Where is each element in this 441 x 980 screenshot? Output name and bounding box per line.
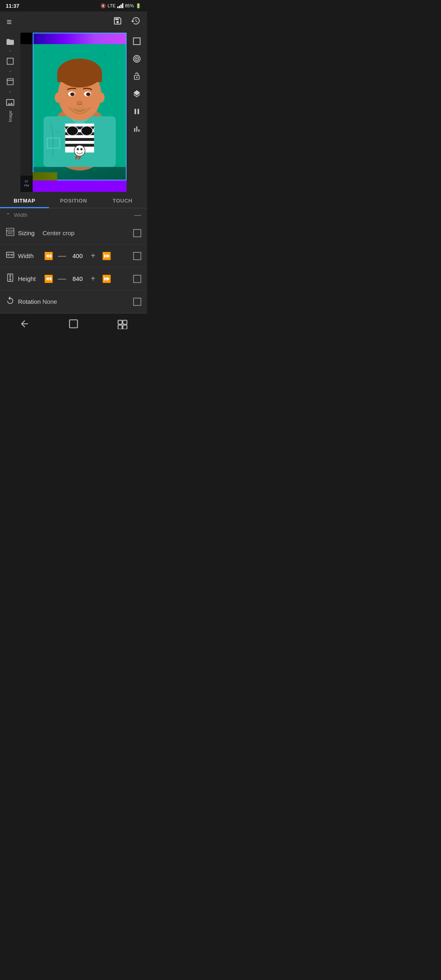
tab-bitmap[interactable]: BITMAP xyxy=(0,192,49,208)
canvas-black-corner xyxy=(20,33,33,44)
canvas-top-strip xyxy=(33,33,127,44)
svg-point-28 xyxy=(86,93,91,96)
shape2-chevron-icon: ⌄ xyxy=(9,89,12,93)
chart-icon[interactable] xyxy=(132,125,141,136)
svg-point-33 xyxy=(74,145,85,156)
tabs-row: BITMAP POSITION TOUCH xyxy=(0,192,147,208)
menu-button[interactable]: ≡ xyxy=(7,17,12,27)
sizing-value: Center crop xyxy=(42,229,74,236)
shape1-icon xyxy=(6,57,14,67)
scroll-up-icon: ⌃ xyxy=(6,212,11,218)
status-icons: 🔇 LTE 85% 🔋 xyxy=(100,3,141,9)
svg-point-18 xyxy=(81,126,93,136)
bottom-panel: BITMAP POSITION TOUCH ⌃ Width — Sizing C… xyxy=(0,192,147,313)
height-forward-button[interactable]: ⏩ xyxy=(100,273,113,285)
left-tool-folder[interactable]: ⌄ xyxy=(6,36,15,54)
svg-rect-54 xyxy=(118,320,122,324)
svg-point-7 xyxy=(118,61,120,63)
image-icon xyxy=(6,98,15,108)
save-button[interactable] xyxy=(113,16,122,28)
canvas-main[interactable]: FF 57PM xyxy=(20,33,127,192)
rotation-label: Rotation xyxy=(18,298,41,305)
tab-position[interactable]: POSITION xyxy=(49,192,98,208)
svg-point-34 xyxy=(77,148,79,150)
canvas-time: 57PM xyxy=(20,176,33,192)
rotation-label-area: Rotation xyxy=(6,296,42,307)
height-checkbox[interactable] xyxy=(133,275,141,283)
top-toolbar: ≡ xyxy=(0,11,147,33)
svg-rect-42 xyxy=(8,230,13,234)
width-rewind-button[interactable]: ⏪ xyxy=(42,250,55,262)
height-label-area: Height xyxy=(6,273,42,284)
scroll-hint-text: Width xyxy=(14,212,27,218)
svg-point-30 xyxy=(55,93,61,103)
svg-rect-37 xyxy=(134,38,140,45)
target-icon[interactable] xyxy=(132,54,141,65)
rotation-value: None xyxy=(42,298,57,305)
sizing-checkbox[interactable] xyxy=(133,229,141,237)
sizing-icon xyxy=(6,227,15,238)
history-button[interactable] xyxy=(131,16,140,28)
canvas-bottom-strip xyxy=(33,180,127,192)
width-label: Width xyxy=(18,252,33,259)
folder-chevron-icon: ⌄ xyxy=(9,48,12,52)
layers-icon[interactable] xyxy=(132,89,141,100)
height-rewind-button[interactable]: ⏪ xyxy=(42,273,55,285)
pause-icon[interactable] xyxy=(132,107,141,118)
left-tool-image[interactable]: Image xyxy=(6,96,15,124)
rotation-value-area: None xyxy=(42,298,141,306)
svg-point-40 xyxy=(136,58,137,59)
svg-rect-1 xyxy=(7,79,13,85)
left-tool-shape1[interactable]: ⌄ xyxy=(6,56,14,74)
width-minus-button[interactable]: — xyxy=(58,251,66,261)
width-row: Width ⏪ — 400 + ⏩ xyxy=(0,245,147,267)
canvas-image[interactable]: FF xyxy=(33,44,127,180)
svg-rect-55 xyxy=(123,320,127,324)
sizing-row: Sizing Center crop xyxy=(0,222,147,245)
left-tool-shape2[interactable]: ⌄ xyxy=(6,76,14,95)
canvas-area[interactable]: ⌄ ⌄ ⌄ Image xyxy=(0,33,147,192)
width-controls: ⏪ — 400 + ⏩ xyxy=(42,249,113,262)
svg-rect-56 xyxy=(118,325,122,329)
mute-icon: 🔇 xyxy=(100,3,106,9)
recents-nav-button[interactable] xyxy=(117,318,128,332)
svg-point-23 xyxy=(57,58,102,87)
rectangle-icon[interactable] xyxy=(132,37,141,48)
time-text: 57PM xyxy=(24,180,29,188)
battery-icon: 🔋 xyxy=(136,3,141,9)
right-toolbar xyxy=(127,33,147,192)
height-label: Height xyxy=(18,275,36,282)
unlock-icon[interactable] xyxy=(133,72,141,83)
tab-touch[interactable]: TOUCH xyxy=(98,192,147,208)
svg-point-17 xyxy=(67,126,78,136)
height-controls: ⏪ — 840 + ⏩ xyxy=(42,272,113,285)
svg-rect-15 xyxy=(65,138,94,141)
height-plus-button[interactable]: + xyxy=(89,272,97,285)
width-value-area: ⏪ — 400 + ⏩ xyxy=(42,249,141,262)
signal-strength-icon xyxy=(117,3,123,8)
height-minus-button[interactable]: — xyxy=(58,274,66,283)
height-value: 840 xyxy=(69,275,86,282)
sizing-label: Sizing xyxy=(18,229,35,236)
height-icon xyxy=(6,273,15,284)
collapse-icon[interactable]: — xyxy=(134,211,141,219)
svg-rect-57 xyxy=(123,325,127,329)
width-checkbox[interactable] xyxy=(133,252,141,260)
width-plus-button[interactable]: + xyxy=(89,249,97,262)
svg-point-4 xyxy=(42,50,45,52)
height-row: Height ⏪ — 840 + ⏩ xyxy=(0,267,147,290)
shape2-icon xyxy=(6,78,14,88)
lte-icon: LTE xyxy=(108,3,116,8)
portrait-svg: FF xyxy=(33,44,127,180)
width-forward-button[interactable]: ⏩ xyxy=(100,250,113,262)
svg-point-6 xyxy=(103,53,106,56)
svg-point-31 xyxy=(98,93,105,103)
height-value-area: ⏪ — 840 + ⏩ xyxy=(42,272,141,285)
svg-rect-24 xyxy=(57,73,102,82)
home-nav-button[interactable] xyxy=(68,318,79,332)
rotation-checkbox[interactable] xyxy=(133,298,141,306)
back-nav-button[interactable] xyxy=(19,318,30,332)
rotation-row: Rotation None xyxy=(0,290,147,313)
left-toolbar: ⌄ ⌄ ⌄ Image xyxy=(0,33,20,192)
svg-text:FF: FF xyxy=(75,155,82,161)
